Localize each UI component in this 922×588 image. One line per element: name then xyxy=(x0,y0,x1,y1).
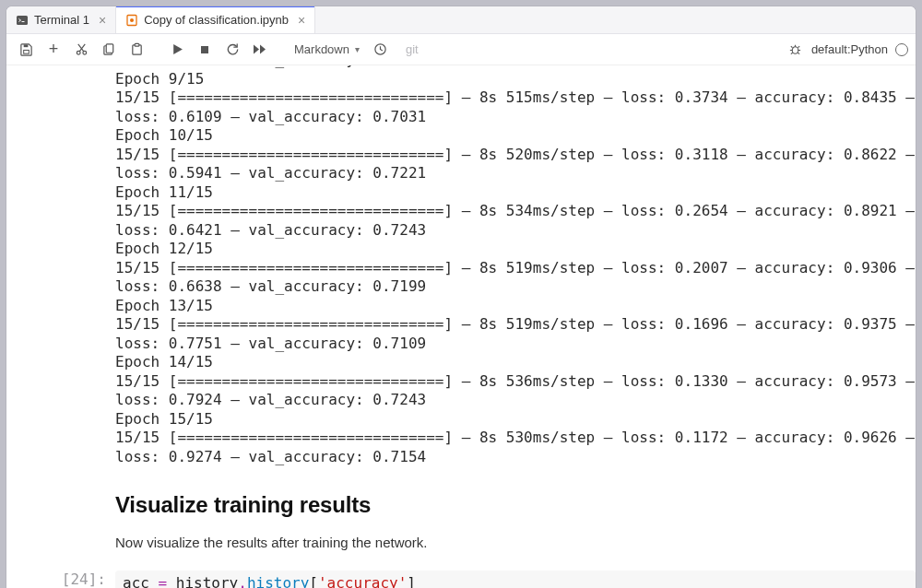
code-token: [ xyxy=(309,574,318,588)
code-token: . xyxy=(238,574,247,588)
notebook-toolbar: + Markdown ▾ git xyxy=(6,34,916,65)
close-icon[interactable]: × xyxy=(298,13,305,28)
code-input[interactable]: acc = history.history['accuracy'] xyxy=(115,570,916,588)
code-token: 'accuracy' xyxy=(318,574,407,588)
notebook-area[interactable]: loss: 0.5892 – val_accuracy: 0.6880 Epoc… xyxy=(6,65,916,588)
section-body: Now visualize the results after training… xyxy=(115,535,899,550)
insert-cell-button[interactable]: + xyxy=(41,38,65,62)
run-all-button[interactable] xyxy=(248,38,272,62)
git-label[interactable]: git xyxy=(406,42,419,56)
close-icon[interactable]: × xyxy=(99,13,106,28)
kernel-label: default:Python xyxy=(811,42,888,56)
chevron-down-icon: ▾ xyxy=(355,44,360,54)
code-token: history xyxy=(247,574,309,588)
restart-button[interactable] xyxy=(220,38,244,62)
celltype-label: Markdown xyxy=(294,42,349,56)
training-output: loss: 0.5892 – val_accuracy: 0.6880 Epoc… xyxy=(6,65,916,466)
svg-point-3 xyxy=(130,18,134,22)
clock-icon-button[interactable] xyxy=(369,38,393,62)
notebook-icon xyxy=(125,14,138,27)
svg-rect-10 xyxy=(135,43,139,46)
output-text: loss: 0.5892 – val_accuracy: 0.6880 Epoc… xyxy=(115,65,899,466)
svg-rect-0 xyxy=(17,16,28,25)
svg-rect-4 xyxy=(23,50,29,53)
tab-label: Copy of classification.ipynb xyxy=(144,13,289,27)
code-token: acc xyxy=(123,574,149,588)
svg-point-13 xyxy=(793,47,799,54)
code-token: = xyxy=(149,574,176,588)
copy-button[interactable] xyxy=(97,38,121,62)
svg-rect-11 xyxy=(201,46,208,53)
stop-button[interactable] xyxy=(193,38,217,62)
cut-button[interactable] xyxy=(69,38,93,62)
tab-strip: Terminal 1 × Copy of classification.ipyn… xyxy=(6,6,916,34)
kernel-selector[interactable]: default:Python xyxy=(811,42,908,56)
tab-terminal[interactable]: Terminal 1 × xyxy=(6,6,116,33)
code-token: history xyxy=(176,574,238,588)
paste-button[interactable] xyxy=(124,38,148,62)
section-heading: Visualize training results xyxy=(115,492,899,518)
svg-rect-8 xyxy=(106,44,113,53)
code-token: ] xyxy=(407,574,416,588)
run-button[interactable] xyxy=(165,38,189,62)
svg-rect-5 xyxy=(23,44,28,47)
app-frame: Terminal 1 × Copy of classification.ipyn… xyxy=(6,6,916,588)
save-button[interactable] xyxy=(14,38,38,62)
kernel-status-icon xyxy=(895,43,908,56)
bug-icon-button[interactable] xyxy=(784,38,808,62)
celltype-selector[interactable]: Markdown ▾ xyxy=(289,38,365,62)
code-cell[interactable]: [24]: acc = history.history['accuracy'] xyxy=(6,570,916,588)
markdown-cell[interactable]: Visualize training results Now visualize… xyxy=(6,492,916,550)
input-prompt: [24]: xyxy=(56,570,115,588)
tab-label: Terminal 1 xyxy=(34,13,89,27)
terminal-icon xyxy=(16,14,29,27)
tab-notebook[interactable]: Copy of classification.ipynb × xyxy=(116,6,315,33)
